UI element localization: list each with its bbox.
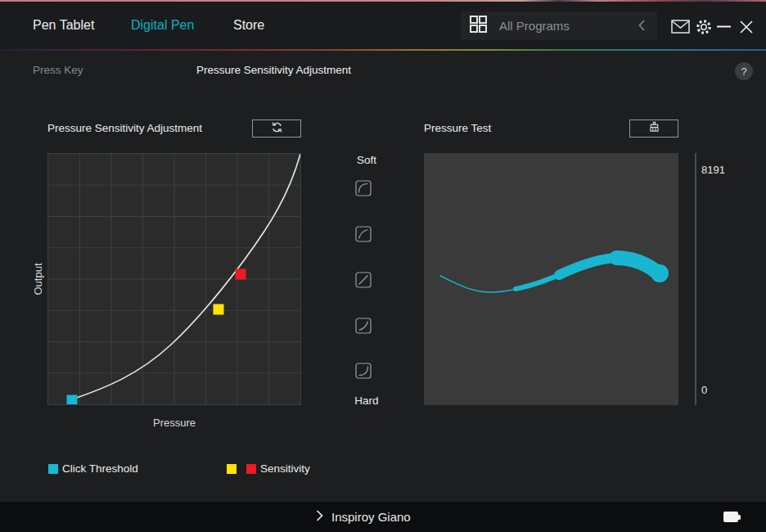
sensitivity-handle-low[interactable]	[214, 304, 224, 315]
test-stroke-end	[651, 264, 669, 282]
tab-pen-tablet[interactable]: Pen Tablet	[33, 18, 94, 33]
sync-arrows-icon	[271, 121, 283, 136]
click-threshold-swatch	[48, 464, 58, 474]
pressure-curve-editor[interactable]	[47, 153, 301, 405]
tab-store[interactable]: Store	[233, 18, 264, 33]
help-icon[interactable]: ?	[735, 62, 753, 80]
pressure-scale-max: 8191	[701, 164, 725, 176]
sensitivity-handle-high[interactable]	[236, 269, 246, 280]
close-icon[interactable]	[739, 20, 754, 34]
subnav-press-key[interactable]: Press Key	[33, 64, 83, 76]
hard-label: Hard	[334, 394, 399, 407]
sensitivity-label: Sensitivity	[260, 462, 310, 475]
brush-icon	[648, 121, 660, 136]
test-stroke	[440, 258, 661, 292]
click-threshold-label: Click Threshold	[62, 462, 138, 475]
apps-grid-icon	[469, 15, 488, 37]
preset-curve-linear-icon[interactable]	[355, 272, 372, 288]
plot-grid	[48, 154, 300, 404]
pressure-curve	[72, 154, 300, 399]
mail-icon[interactable]	[671, 19, 690, 34]
settings-gear-icon[interactable]	[696, 19, 712, 35]
tab-digital-pen[interactable]: Digital Pen	[131, 18, 194, 33]
minimize-icon[interactable]	[717, 25, 731, 28]
preset-curve-softest-icon[interactable]	[355, 180, 372, 196]
device-name: Inspiroy Giano	[331, 510, 411, 524]
y-axis-label: Output	[32, 263, 44, 295]
rainbow-divider	[0, 49, 766, 51]
pressure-scale-axis	[695, 153, 696, 405]
curve-panel-title: Pressure Sensitivity Adjustment	[47, 122, 202, 134]
preset-curve-hardest-icon[interactable]	[355, 363, 372, 379]
sensitivity-swatch-yellow	[227, 464, 237, 474]
all-programs-label: All Programs	[499, 19, 570, 33]
clear-canvas-button[interactable]	[629, 119, 678, 138]
battery-icon	[723, 512, 741, 522]
preset-curve-hard-icon[interactable]	[355, 318, 372, 334]
pressure-scale-min: 0	[701, 384, 707, 396]
test-panel-title: Pressure Test	[424, 122, 491, 134]
device-row[interactable]: Inspiroy Giano	[316, 502, 411, 532]
click-threshold-handle[interactable]	[67, 395, 78, 405]
chevron-left-icon[interactable]	[638, 19, 646, 35]
subnav-pressure-sensitivity[interactable]: Pressure Sensitivity Adjustment	[196, 64, 351, 76]
all-programs-selector[interactable]: All Programs	[461, 11, 657, 40]
reset-curve-button[interactable]	[252, 119, 301, 138]
chevron-right-icon	[316, 510, 323, 525]
navbar: Pen Tablet Digital Pen Store All Program…	[0, 2, 766, 49]
pressure-test-canvas[interactable]	[424, 153, 678, 405]
soft-label: Soft	[334, 154, 399, 166]
sensitivity-swatch-red	[246, 464, 256, 474]
app-window: Pen Tablet Digital Pen Store All Program…	[0, 0, 766, 532]
x-axis-label: Pressure	[47, 417, 301, 429]
footer-bar: Inspiroy Giano	[0, 502, 766, 532]
preset-curve-soft-icon[interactable]	[355, 226, 372, 242]
